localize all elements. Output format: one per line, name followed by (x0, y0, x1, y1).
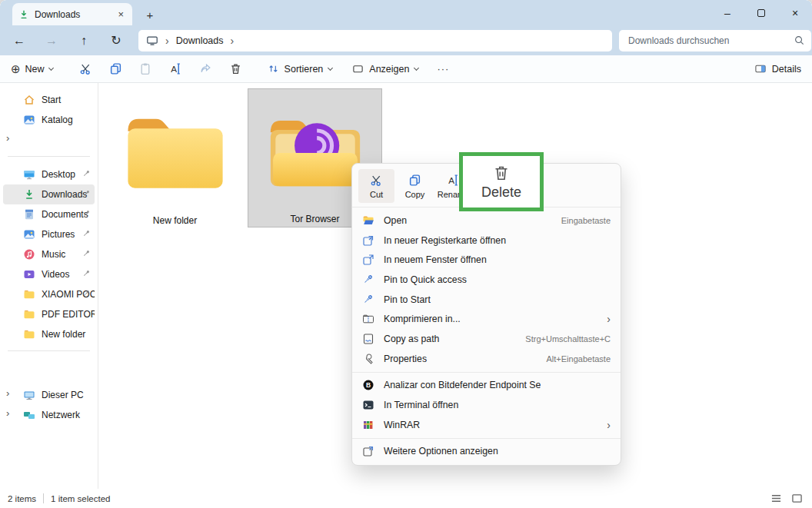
desktop-icon (23, 168, 35, 181)
menu-separator (352, 372, 621, 373)
sidebar-item-videos[interactable]: Videos (3, 264, 95, 284)
tab-close-icon[interactable]: × (115, 8, 126, 20)
menu-item-copy-as-path[interactable]: Copy as path Strg+Umschalttaste+C (352, 329, 621, 349)
zip-icon (362, 313, 374, 325)
computer-icon (23, 389, 35, 401)
sidebar-item-katalog[interactable]: Katalog (3, 110, 95, 130)
pin-icon (82, 269, 91, 281)
rename-button[interactable]: A (165, 59, 188, 79)
open-folder-icon (362, 214, 374, 227)
copy-label: Copy (405, 190, 425, 199)
sidebar-item-pictures[interactable]: Pictures (3, 224, 95, 244)
sidebar-item-new-folder[interactable]: New folder (3, 324, 95, 344)
sort-arrows-icon (268, 63, 279, 75)
pictures-icon (23, 228, 35, 241)
menu-item-open-new-window[interactable]: In neuem Fenster öffnen (352, 250, 621, 270)
paste-button[interactable] (135, 59, 158, 79)
menu-item-open-new-tab[interactable]: In neuer Registerkarte öffnen (352, 231, 621, 251)
navigation-bar: ← → ↑ ↻ › Downloads › (0, 25, 812, 55)
file-name: New folder (115, 215, 235, 226)
tab-downloads[interactable]: Downloads × (12, 3, 132, 25)
sidebar-item-pdf-editor[interactable]: PDF EDITOR (3, 304, 95, 324)
documents-icon (23, 208, 35, 221)
file-tile-new-folder[interactable]: New folder (115, 94, 235, 226)
sidebar-item-start[interactable]: Start (3, 90, 95, 110)
view-button[interactable]: Anzeigen (352, 63, 418, 75)
sort-label: Sortieren (285, 64, 324, 75)
downloads-icon (18, 9, 29, 20)
status-bar: 2 items 1 item selected (0, 489, 812, 508)
menu-item-open-terminal[interactable]: In Terminal öffnen (352, 395, 621, 415)
copy-path-icon (362, 333, 374, 345)
menu-item-bitdefender-scan[interactable]: B Analizar con Bitdefender Endpoint Se (352, 376, 621, 396)
list-view-icon[interactable] (770, 493, 782, 503)
maximize-icon (757, 9, 765, 17)
pin-icon (362, 294, 374, 306)
open-new-tab-icon (362, 234, 374, 247)
navigation-pane: Start Katalog › Desktop Downloads (0, 83, 98, 489)
svg-text:A: A (171, 64, 177, 74)
maximize-button[interactable] (744, 0, 778, 25)
refresh-button[interactable]: ↻ (103, 29, 129, 52)
close-button[interactable]: × (778, 0, 812, 25)
sidebar-item-desktop[interactable]: Desktop (3, 164, 95, 184)
search-icon (794, 35, 805, 48)
new-button[interactable]: ⊕ New (11, 62, 53, 76)
sort-button[interactable]: Sortieren (268, 63, 333, 75)
breadcrumb-downloads[interactable]: Downloads (176, 35, 224, 46)
sidebar-item-dieser-pc[interactable]: › Dieser PC (3, 385, 95, 405)
sidebar-expander[interactable]: › (3, 130, 95, 150)
selected-count: 1 item selected (51, 494, 110, 503)
minimize-button[interactable]: – (710, 0, 744, 25)
copy-button[interactable] (105, 59, 128, 79)
menu-item-pin-quick-access[interactable]: Pin to Quick access (352, 270, 621, 290)
videos-icon (23, 268, 35, 281)
chevron-right-icon[interactable]: › (6, 387, 9, 399)
bitdefender-icon: B (362, 379, 374, 391)
shortcut-text: Strg+Umschalttaste+C (525, 334, 611, 344)
pin-icon (82, 189, 91, 201)
sidebar-item-music[interactable]: Music (3, 244, 95, 264)
up-button[interactable]: ↑ (71, 29, 97, 52)
details-pane-button[interactable]: Details (754, 63, 801, 75)
sidebar-item-xiaomi-poco[interactable]: XIAOMI POCO F (3, 284, 95, 304)
cut-button[interactable] (75, 59, 98, 79)
cut-label: Cut (370, 190, 383, 199)
details-pane-icon (754, 63, 767, 75)
file-explorer-window: Downloads × + – × ← → ↑ ↻ › Downloads › (0, 0, 812, 508)
sidebar-spacer (0, 359, 98, 385)
delete-button[interactable] (225, 59, 248, 79)
new-label: New (25, 64, 45, 75)
sidebar-item-documents[interactable]: Documents (3, 204, 95, 224)
menu-separator (352, 438, 621, 439)
address-bar[interactable]: › Downloads › (138, 30, 612, 51)
search-box[interactable] (619, 30, 811, 51)
breadcrumb-separator: › (231, 35, 235, 46)
sidebar-divider (8, 156, 90, 157)
chevron-right-icon[interactable]: › (6, 407, 9, 419)
music-icon (23, 248, 35, 261)
more-commands-button[interactable]: ··· (437, 63, 449, 75)
menu-item-winrar[interactable]: WinRAR › (352, 415, 621, 435)
titlebar: Downloads × + – × (0, 0, 812, 25)
cut-menu-button[interactable]: Cut (358, 169, 394, 203)
delete-highlight-annotation[interactable]: Delete (459, 152, 544, 211)
menu-item-open[interactable]: Open Eingabetaste (352, 211, 621, 231)
menu-item-properties[interactable]: Properties Alt+Eingabetaste (352, 349, 621, 369)
menu-item-compress[interactable]: Komprimieren in... › (352, 309, 621, 329)
folder-icon (23, 288, 35, 300)
sidebar-item-netzwerk[interactable]: › Netzwerk (3, 405, 95, 425)
menu-item-pin-start[interactable]: Pin to Start (352, 290, 621, 310)
wrench-icon (362, 353, 374, 365)
large-icons-view-icon[interactable] (791, 493, 803, 503)
menu-item-show-more-options[interactable]: Weitere Optionen anzeigen (352, 442, 621, 462)
sidebar-item-downloads[interactable]: Downloads (3, 184, 95, 204)
back-button[interactable]: ← (6, 29, 32, 52)
search-input[interactable] (619, 30, 811, 51)
copy-menu-button[interactable]: Copy (397, 169, 433, 203)
share-button[interactable] (195, 59, 218, 79)
new-tab-button[interactable]: + (141, 6, 158, 23)
trash-icon (492, 164, 511, 182)
context-menu-list: Open Eingabetaste In neuer Registerkarte… (352, 208, 621, 465)
forward-button[interactable]: → (38, 29, 65, 52)
